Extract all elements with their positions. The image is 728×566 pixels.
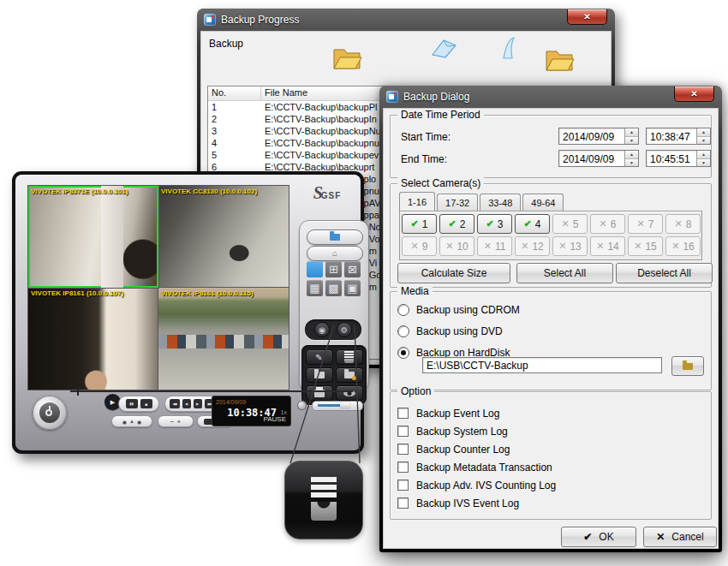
open-file-button[interactable] <box>307 229 363 245</box>
camera-state-icon: ✕ <box>484 241 492 252</box>
camera-label: VIVOTEK IP8161 (10.0.0.107) <box>31 289 123 297</box>
app-icon <box>204 14 216 26</box>
select-all-button[interactable]: Select All <box>516 263 613 283</box>
alert-icon[interactable]: ▲ <box>129 419 134 424</box>
camera-view-1[interactable]: VIVOTEK IP8371E (10.0.0.101) <box>28 186 158 288</box>
camera-view-4[interactable]: VIVOTEK IP8161 (10.0.0.115) <box>158 288 289 390</box>
camera-toggle-button[interactable]: ✕ 15 <box>628 236 663 256</box>
end-time-spinner[interactable]: 10:45:51 ▲▼ <box>646 150 711 167</box>
spinner-buttons[interactable]: ▲▼ <box>624 128 638 144</box>
power-button[interactable] <box>33 396 67 430</box>
checkbox[interactable] <box>397 426 409 437</box>
radio-button[interactable] <box>397 325 409 337</box>
checkbox[interactable] <box>397 497 409 509</box>
browse-folder-button[interactable] <box>671 356 704 376</box>
camera-toggle-button[interactable]: ✔ 2 <box>439 214 474 234</box>
camera-number: 2 <box>460 218 466 230</box>
spinner-buttons[interactable]: ▲▼ <box>624 151 638 166</box>
media-radio-row[interactable]: Backup using DVD <box>391 320 711 342</box>
layout-2x2-button[interactable]: ⊞ <box>325 261 342 277</box>
camera-range-tab[interactable]: 1-16 <box>399 192 435 211</box>
camera-toggle-button[interactable]: ✕ 14 <box>590 236 625 256</box>
backup-option-row[interactable]: Backup Adv. IVS Counting Log <box>391 476 711 494</box>
camera-toggle-button[interactable]: ✔ 4 <box>515 214 550 234</box>
camera-view-2[interactable]: VIVOTEK CC8130 (10.0.0.102) <box>158 186 289 288</box>
folder-settings-button[interactable] <box>336 367 363 383</box>
settings-button[interactable]: ⚙ <box>337 322 352 337</box>
radio-button[interactable] <box>397 304 409 316</box>
camera-toggle-button[interactable]: ✕ 5 <box>552 214 588 234</box>
backup-option-row[interactable]: Backup Metadata Transaction <box>391 458 711 476</box>
volume-slider[interactable] <box>312 401 363 411</box>
layout-3x3-button[interactable]: ▦ <box>307 280 323 296</box>
camera-toggle-button[interactable]: ✕ 16 <box>665 236 701 256</box>
cancel-button[interactable]: ✕ Cancel <box>643 527 717 547</box>
media-radio-row[interactable]: Backup using CDROM <box>391 299 711 320</box>
backup-option-row[interactable]: Backup Event Log <box>391 404 711 422</box>
stop-button[interactable]: ■ <box>140 399 152 408</box>
camera-toggle-button[interactable]: ✔ 3 <box>477 214 512 234</box>
spinner-buttons[interactable]: ▲▼ <box>696 151 710 166</box>
camera-state-icon: ✕ <box>521 241 528 252</box>
media-options: Backup using CDROM Backup using DVD Back… <box>391 299 711 363</box>
step-back-button[interactable]: ◀ <box>182 399 191 408</box>
backup-option-row[interactable]: Backup System Log <box>391 422 711 440</box>
checkbox[interactable] <box>397 444 409 455</box>
record-icon[interactable]: ◉ <box>137 419 141 425</box>
camera-state-icon: ✕ <box>600 218 607 229</box>
backup-option-row[interactable]: Backup IVS Event Log <box>391 494 711 512</box>
end-date-spinner[interactable]: 2014/09/09 ▲▼ <box>558 150 639 167</box>
camera-toggle-button[interactable]: ✕ 13 <box>552 236 588 256</box>
column-header-no[interactable]: No. <box>208 86 261 100</box>
backup-button[interactable] <box>336 349 363 365</box>
checkbox[interactable] <box>397 462 409 473</box>
pause-button[interactable]: ▮▮ <box>126 399 138 408</box>
checkbox[interactable] <box>397 480 409 491</box>
camera-toggle-button[interactable]: ✔ 1 <box>402 214 437 234</box>
start-time-spinner[interactable]: 10:38:47 ▲▼ <box>646 128 711 145</box>
camera-toggle-button[interactable]: ✕ 11 <box>477 236 512 256</box>
step-forward-button[interactable]: ▶ <box>194 399 202 408</box>
camera-view-3[interactable]: VIVOTEK IP8161 (10.0.0.107) <box>28 288 158 390</box>
backup-option-row[interactable]: Backup Counter Log <box>391 440 711 458</box>
radio-button[interactable] <box>397 347 409 359</box>
zoom-out-button[interactable]: − <box>170 418 175 426</box>
timeline-slider[interactable] <box>70 390 353 392</box>
backup-path-input[interactable] <box>422 357 662 373</box>
export-button[interactable] <box>306 367 333 383</box>
target-button[interactable]: ◉ <box>314 322 330 337</box>
camera-toggle-button[interactable]: ✕ 8 <box>665 214 701 234</box>
timeline-marker[interactable] <box>77 387 79 396</box>
layout-focus-button[interactable]: ▣ <box>344 280 361 296</box>
progress-close-button[interactable]: ✕ <box>567 9 607 25</box>
skip-back-button[interactable]: ◀◀ <box>170 399 180 408</box>
mute-button[interactable] <box>297 401 307 410</box>
layout-4x4-button[interactable]: ▩ <box>325 280 342 296</box>
home-button[interactable]: ⌂ <box>307 246 363 261</box>
zoom-in-button[interactable]: + <box>177 418 182 426</box>
record-icon[interactable]: ◉ <box>122 419 127 425</box>
deselect-all-button[interactable]: Deselect All <box>616 263 713 283</box>
start-date-spinner[interactable]: 2014/09/09 ▲▼ <box>558 128 639 145</box>
spinner-buttons[interactable]: ▲▼ <box>696 128 710 144</box>
layout-expand-button[interactable]: ⊠ <box>344 261 361 277</box>
progress-titlebar[interactable]: Backup Progress <box>197 9 615 31</box>
camera-toggle-button[interactable]: ✕ 10 <box>439 236 474 256</box>
camera-range-tab[interactable]: 17-32 <box>437 194 478 211</box>
layout-1x1-button[interactable] <box>307 261 323 277</box>
camera-range-tab[interactable]: 33-48 <box>480 194 521 211</box>
calculate-size-button[interactable]: Calculate Size <box>397 263 510 283</box>
dialog-close-button[interactable]: ✕ <box>674 86 714 102</box>
parked-cars <box>158 335 289 349</box>
camera-toggle-button[interactable]: ✕ 6 <box>590 214 625 234</box>
camera-toggle-button[interactable]: ✕ 7 <box>628 214 663 234</box>
backup-button-callout <box>284 461 363 539</box>
checkbox[interactable] <box>397 408 409 419</box>
camera-toggle-button[interactable]: ✕ 12 <box>515 236 550 256</box>
dialog-titlebar[interactable]: Backup Dialog <box>379 86 722 108</box>
camera-toggle-button[interactable]: ✕ 9 <box>402 236 437 256</box>
edit-button[interactable]: ✎ <box>306 349 333 365</box>
camera-range-tab[interactable]: 49-64 <box>522 194 564 211</box>
camera-number: 4 <box>535 218 541 230</box>
ok-button[interactable]: ✔ OK <box>561 527 636 547</box>
